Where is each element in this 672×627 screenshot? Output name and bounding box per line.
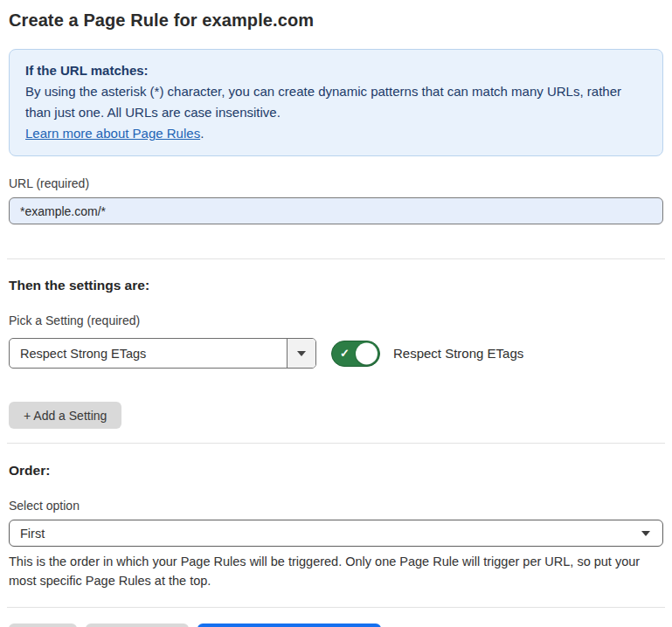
link-suffix: .: [200, 126, 204, 141]
toggle-label: Respect Strong ETags: [393, 346, 523, 361]
toggle-knob: [356, 342, 378, 364]
url-match-info-box: If the URL matches: By using the asteris…: [9, 49, 663, 156]
save-as-draft-button[interactable]: Save as Draft: [86, 624, 190, 627]
info-box-heading: If the URL matches:: [25, 60, 647, 81]
action-buttons-row: Cancel Save as Draft Save and Deploy Pag…: [9, 624, 663, 627]
save-and-deploy-button[interactable]: Save and Deploy Page Rule: [197, 624, 381, 627]
pick-setting-label: Pick a Setting (required): [9, 314, 663, 327]
order-heading: Order:: [9, 463, 663, 479]
url-label: URL (required): [9, 176, 663, 190]
add-setting-button[interactable]: + Add a Setting: [9, 402, 121, 429]
setting-select-value: Respect Strong ETags: [10, 339, 287, 368]
section-divider: [7, 607, 665, 608]
setting-select[interactable]: Respect Strong ETags: [9, 338, 316, 369]
section-divider: [7, 443, 665, 444]
page-title: Create a Page Rule for example.com: [9, 10, 663, 31]
info-box-body: By using the asterisk (*) character, you…: [25, 81, 647, 123]
url-input[interactable]: [9, 197, 663, 224]
create-page-rule-form: Create a Page Rule for example.com If th…: [0, 10, 672, 627]
order-select[interactable]: First: [9, 520, 663, 547]
check-icon: ✓: [340, 348, 350, 359]
learn-more-link[interactable]: Learn more about Page Rules: [25, 126, 200, 141]
chevron-down-icon: [297, 351, 306, 356]
cancel-button[interactable]: Cancel: [9, 624, 77, 627]
setting-row: Respect Strong ETags ✓ Respect Strong ET…: [9, 338, 663, 369]
setting-select-arrow-button[interactable]: [287, 339, 315, 368]
section-divider: [7, 258, 665, 259]
order-help-text: This is the order in which your Page Rul…: [9, 552, 655, 590]
order-select-value: First: [20, 527, 641, 541]
settings-heading: Then the settings are:: [9, 278, 663, 293]
respect-strong-etags-toggle[interactable]: ✓: [331, 341, 380, 367]
info-box-link-line: Learn more about Page Rules.: [25, 123, 647, 144]
order-select-label: Select option: [9, 499, 663, 513]
chevron-down-icon: [641, 531, 650, 536]
